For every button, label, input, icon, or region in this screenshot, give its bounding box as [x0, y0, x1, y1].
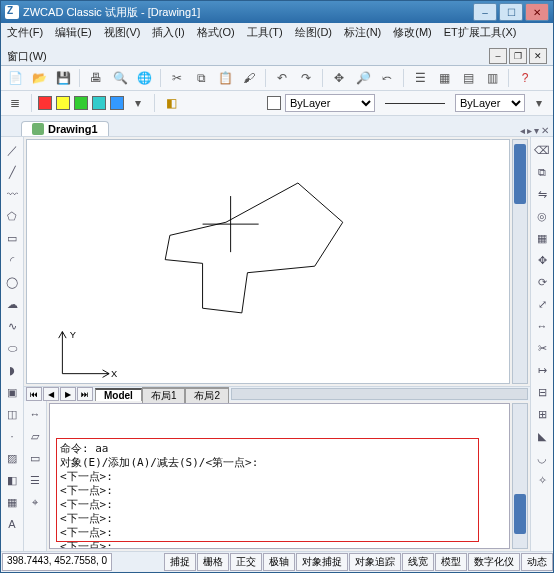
tab-close-icon[interactable]: ✕	[541, 125, 549, 136]
publish-button[interactable]: 🌐	[134, 68, 154, 88]
match-button[interactable]: 🖌	[239, 68, 259, 88]
layer-color-green[interactable]	[74, 96, 88, 110]
redo-button[interactable]: ↷	[296, 68, 316, 88]
menu-draw[interactable]: 绘图(D)	[295, 25, 332, 40]
mdi-restore-button[interactable]: ❐	[509, 48, 527, 64]
status-osnap[interactable]: 对象捕捉	[296, 553, 348, 571]
mirror-tool[interactable]: ⇋	[533, 185, 551, 203]
erase-tool[interactable]: ⌫	[533, 141, 551, 159]
region-mass-tool[interactable]: ▭	[26, 449, 44, 467]
offset-tool[interactable]: ◎	[533, 207, 551, 225]
status-grid[interactable]: 栅格	[197, 553, 229, 571]
coordinate-readout[interactable]: 398.7443, 452.7558, 0	[2, 553, 112, 571]
chamfer-tool[interactable]: ◣	[533, 427, 551, 445]
arc-tool[interactable]: ◜	[3, 251, 21, 269]
move-tool[interactable]: ✥	[533, 251, 551, 269]
tab-first-icon[interactable]: ◂	[520, 125, 525, 136]
revcloud-tool[interactable]: ☁	[3, 295, 21, 313]
break-tool[interactable]: ⊟	[533, 383, 551, 401]
mdi-close-button[interactable]: ✕	[529, 48, 547, 64]
rectangle-tool[interactable]: ▭	[3, 229, 21, 247]
layers-button[interactable]: ◧	[161, 93, 181, 113]
scale-tool[interactable]: ⤢	[533, 295, 551, 313]
maximize-button[interactable]: ☐	[499, 3, 523, 21]
mdi-minimize-button[interactable]: –	[489, 48, 507, 64]
point-tool[interactable]: ·	[3, 427, 21, 445]
cut-button[interactable]: ✂	[167, 68, 187, 88]
layer-color-yellow[interactable]	[56, 96, 70, 110]
stretch-tool[interactable]: ↔	[533, 317, 551, 335]
properties-button[interactable]: ☰	[410, 68, 430, 88]
undo-button[interactable]: ↶	[272, 68, 292, 88]
current-color-swatch[interactable]	[267, 96, 281, 110]
fillet-tool[interactable]: ◡	[533, 449, 551, 467]
menu-window[interactable]: 窗口(W)	[7, 49, 47, 64]
canvas-vscrollbar[interactable]	[512, 139, 528, 384]
polygon-tool[interactable]: ⬠	[3, 207, 21, 225]
menu-edit[interactable]: 编辑(E)	[55, 25, 92, 40]
status-dyn[interactable]: 动态	[521, 553, 553, 571]
menu-modify[interactable]: 修改(M)	[393, 25, 432, 40]
rotate-tool[interactable]: ⟳	[533, 273, 551, 291]
make-block-tool[interactable]: ◫	[3, 405, 21, 423]
document-tab[interactable]: Drawing1	[21, 121, 109, 136]
ellipse-tool[interactable]: ⬭	[3, 339, 21, 357]
command-window[interactable]: 命令: aa 对象(E)/添加(A)/减去(S)/<第一点>: <下一点>: <…	[49, 403, 510, 549]
close-button[interactable]: ✕	[525, 3, 549, 21]
menu-insert[interactable]: 插入(I)	[152, 25, 184, 40]
layer-color-blue[interactable]	[110, 96, 124, 110]
status-polar[interactable]: 极轴	[263, 553, 295, 571]
status-lwt[interactable]: 线宽	[402, 553, 434, 571]
tab-prev-icon[interactable]: ▸	[527, 125, 532, 136]
ellipse-arc-tool[interactable]: ◗	[3, 361, 21, 379]
status-ortho[interactable]: 正交	[230, 553, 262, 571]
tool-palettes-button[interactable]: ▤	[458, 68, 478, 88]
copy-tool[interactable]: ⧉	[533, 163, 551, 181]
sheet-model[interactable]: Model	[95, 388, 142, 401]
table-tool[interactable]: ▦	[3, 493, 21, 511]
area-tool[interactable]: ▱	[26, 427, 44, 445]
trim-tool[interactable]: ✂	[533, 339, 551, 357]
status-otrack[interactable]: 对象追踪	[349, 553, 401, 571]
circle-tool[interactable]: ◯	[3, 273, 21, 291]
text-tool[interactable]: A	[3, 515, 21, 533]
xline-tool[interactable]: ╱	[3, 163, 21, 181]
copy-button[interactable]: ⧉	[191, 68, 211, 88]
array-tool[interactable]: ▦	[533, 229, 551, 247]
explode-tool[interactable]: ✧	[533, 471, 551, 489]
open-button[interactable]: 📂	[29, 68, 49, 88]
status-model[interactable]: 模型	[435, 553, 467, 571]
tab-menu-icon[interactable]: ▾	[534, 125, 539, 136]
linetype-dropdown[interactable]: ByLayer	[455, 94, 525, 112]
status-snap[interactable]: 捕捉	[164, 553, 196, 571]
sheet-first-button[interactable]: ⏮	[26, 387, 42, 401]
sheet-next-button[interactable]: ▶	[60, 387, 76, 401]
region-tool[interactable]: ◧	[3, 471, 21, 489]
pan-button[interactable]: ✥	[329, 68, 349, 88]
layer-manager-button[interactable]: ≣	[5, 93, 25, 113]
extend-tool[interactable]: ↦	[533, 361, 551, 379]
layer-state-button[interactable]: ▾	[128, 93, 148, 113]
dist-tool[interactable]: ↔	[26, 405, 44, 423]
minimize-button[interactable]: –	[473, 3, 497, 21]
list-tool[interactable]: ☰	[26, 471, 44, 489]
insert-block-tool[interactable]: ▣	[3, 383, 21, 401]
menu-ettools[interactable]: ET扩展工具(X)	[444, 25, 517, 40]
id-tool[interactable]: ⌖	[26, 493, 44, 511]
layer-color-cyan[interactable]	[92, 96, 106, 110]
print-button[interactable]: 🖶	[86, 68, 106, 88]
menu-tools[interactable]: 工具(T)	[247, 25, 283, 40]
menu-dim[interactable]: 标注(N)	[344, 25, 381, 40]
drawing-canvas[interactable]: Y X	[26, 139, 510, 384]
new-button[interactable]: 📄	[5, 68, 25, 88]
calculator-button[interactable]: ▥	[482, 68, 502, 88]
design-center-button[interactable]: ▦	[434, 68, 454, 88]
hatch-tool[interactable]: ▨	[3, 449, 21, 467]
color-dropdown[interactable]: ByLayer	[285, 94, 375, 112]
zoom-button[interactable]: 🔎	[353, 68, 373, 88]
polyline-tool[interactable]: 〰	[3, 185, 21, 203]
menu-view[interactable]: 视图(V)	[104, 25, 141, 40]
help-button[interactable]: ?	[515, 68, 535, 88]
line-tool[interactable]: ／	[3, 141, 21, 159]
preview-button[interactable]: 🔍	[110, 68, 130, 88]
